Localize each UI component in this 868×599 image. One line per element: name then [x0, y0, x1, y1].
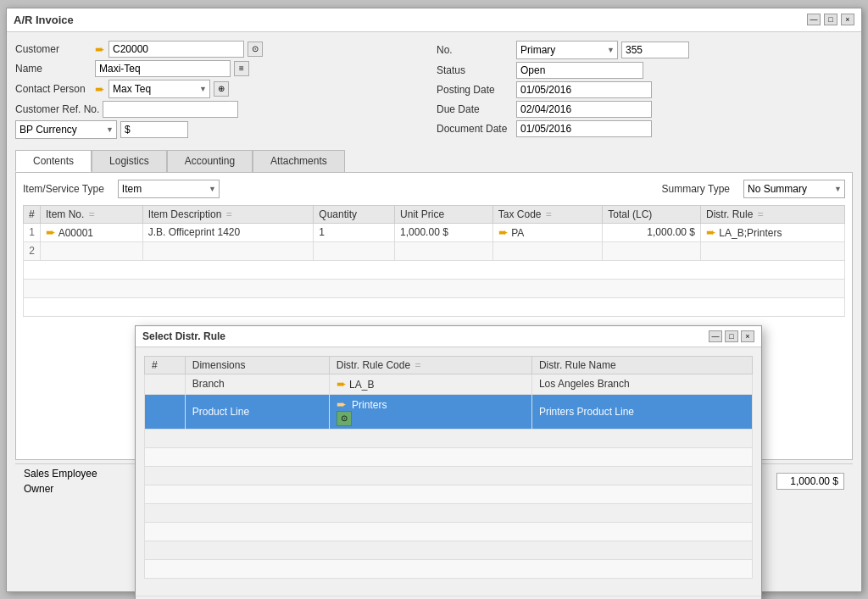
name-input[interactable] [95, 60, 231, 77]
main-content: Customer ➨ ⊙ Name ≡ Contact Person ➨ Max… [7, 32, 861, 591]
dialog-col-name: Distr. Rule Name [531, 356, 752, 374]
window-controls: — □ × [807, 14, 854, 25]
status-label: Status [437, 64, 513, 76]
close-button[interactable]: × [841, 14, 854, 25]
items-table-container: # Item No. = Item Description = Quantity… [23, 205, 845, 317]
due-label: Due Date [437, 103, 513, 115]
dialog-row-branch[interactable]: Branch ➨ LA_B Los Angeles Branch [145, 374, 753, 394]
due-input[interactable] [516, 101, 652, 118]
row1-tax-arrow-icon: ➨ [498, 225, 509, 239]
row2-tax-code [492, 241, 603, 260]
dialog-row2-num [145, 394, 186, 429]
window-title: A/R Invoice [14, 14, 74, 26]
no-input[interactable] [621, 42, 689, 58]
maximize-button[interactable]: □ [824, 14, 837, 25]
tab-accounting[interactable]: Accounting [167, 150, 253, 172]
dialog-empty-row [145, 485, 753, 503]
contact-select[interactable]: Max Teq [108, 80, 210, 98]
branch-arrow-icon: ➨ [337, 377, 347, 391]
dialog-title: Select Distr. Rule [142, 330, 225, 342]
ref-input[interactable] [103, 101, 238, 118]
dialog-maximize-button[interactable]: □ [725, 330, 738, 342]
printers-value: Printers [349, 399, 389, 411]
document-input[interactable] [516, 120, 652, 137]
dialog-empty-row [145, 466, 753, 485]
customer-input[interactable] [108, 41, 244, 58]
dialog-col-dimensions: Dimensions [185, 356, 329, 374]
summary-wrapper: No Summary [743, 180, 845, 198]
tab-contents[interactable]: Contents [15, 150, 92, 172]
col-num: # [24, 205, 41, 223]
dialog-controls: — □ × [709, 330, 754, 342]
tabs-section: Contents Logistics Accounting Attachment… [15, 150, 853, 460]
row2-item-no [41, 241, 143, 260]
no-type-select[interactable]: Primary [516, 41, 618, 59]
distr-rule-table: # Dimensions Distr. Rule Code = Distr. R… [144, 356, 753, 579]
dialog-empty-row [145, 559, 753, 578]
table-row[interactable]: 1 ➨ A00001 J.B. Officeprint 1420 1 1,000… [24, 223, 845, 241]
table-row-empty [24, 279, 845, 297]
right-fields: No. Primary Status Open Posting Date [437, 41, 853, 141]
tab-bar: Contents Logistics Accounting Attachment… [15, 150, 853, 172]
item-service-select[interactable]: Item [118, 180, 220, 198]
contact-group: Contact Person ➨ Max Teq ⊕ [15, 80, 431, 98]
summary-select[interactable]: No Summary [743, 180, 845, 198]
table-row[interactable]: 2 [24, 241, 845, 260]
name-label: Name [15, 63, 92, 75]
row2-quantity [314, 241, 395, 260]
row2-description [142, 241, 314, 260]
dialog-row2-name: Printers Product Line [531, 394, 752, 429]
currency-select-wrapper: BP Currency [15, 120, 117, 139]
contact-label: Contact Person [15, 83, 92, 95]
tab-logistics[interactable]: Logistics [92, 150, 167, 172]
customer-clear-button[interactable]: ⊙ [248, 42, 263, 57]
item-service-label: Item/Service Type [23, 183, 104, 195]
owner-label: Owner [24, 483, 53, 495]
ref-group: Customer Ref. No. [15, 101, 431, 118]
contact-arrow-icon: ➨ [95, 82, 105, 96]
table-row-empty [24, 297, 845, 316]
contact-select-wrapper: Max Teq [108, 80, 210, 98]
printers-clear-button[interactable]: ⊙ [337, 411, 352, 426]
table-row-empty [24, 260, 845, 279]
tab-content-area: Item/Service Type Item Summary Type No S… [15, 172, 853, 460]
tab-attachments[interactable]: Attachments [253, 150, 345, 172]
currency-input[interactable] [120, 121, 188, 138]
dialog-minimize-button[interactable]: — [709, 330, 722, 342]
item-service-wrapper: Item [118, 180, 220, 198]
dialog-row1-dimension: Branch [185, 374, 329, 394]
row1-arrow-icon: ➨ [46, 225, 56, 239]
status-group: Status Open [437, 62, 853, 79]
col-total: Total (LC) [603, 205, 701, 223]
dialog-row1-num [145, 374, 186, 394]
no-type-wrapper: Primary [516, 41, 618, 59]
name-menu-button[interactable]: ≡ [234, 61, 249, 76]
minimize-button[interactable]: — [807, 14, 821, 25]
customer-label: Customer [15, 43, 92, 55]
no-group: No. Primary [437, 41, 853, 59]
dialog-row-product-line[interactable]: Product Line ➨ Printers ⊙ Printers Produ… [145, 394, 753, 429]
row2-num: 2 [24, 241, 41, 260]
customer-group: Customer ➨ ⊙ [15, 41, 431, 58]
currency-group: BP Currency [15, 120, 431, 139]
status-value: Open [516, 62, 643, 79]
row2-distr-rule [701, 241, 845, 260]
dialog-col-code: Distr. Rule Code = [329, 356, 531, 374]
row1-quantity: 1 [314, 223, 395, 241]
row2-unit-price [395, 241, 493, 260]
col-tax-code: Tax Code = [492, 205, 603, 223]
product-line-arrow-icon: ➨ [337, 397, 347, 411]
contact-add-button[interactable]: ⊕ [214, 81, 229, 97]
summary-label: Summary Type [662, 183, 730, 195]
dialog-close-button[interactable]: × [741, 330, 754, 342]
col-quantity: Quantity [314, 205, 395, 223]
total-amount: 1,000.00 $ [776, 473, 844, 490]
title-bar: A/R Invoice — □ × [7, 8, 861, 32]
left-fields: Customer ➨ ⊙ Name ≡ Contact Person ➨ Max… [15, 41, 431, 141]
dialog-row2-dimension: Product Line [185, 394, 329, 429]
currency-select[interactable]: BP Currency [15, 120, 117, 139]
row1-unit-price: 1,000.00 $ [395, 223, 493, 241]
posting-input[interactable] [516, 81, 652, 98]
due-group: Due Date [437, 101, 853, 118]
row1-distr-rule: ➨ LA_B;Printers [701, 223, 845, 241]
